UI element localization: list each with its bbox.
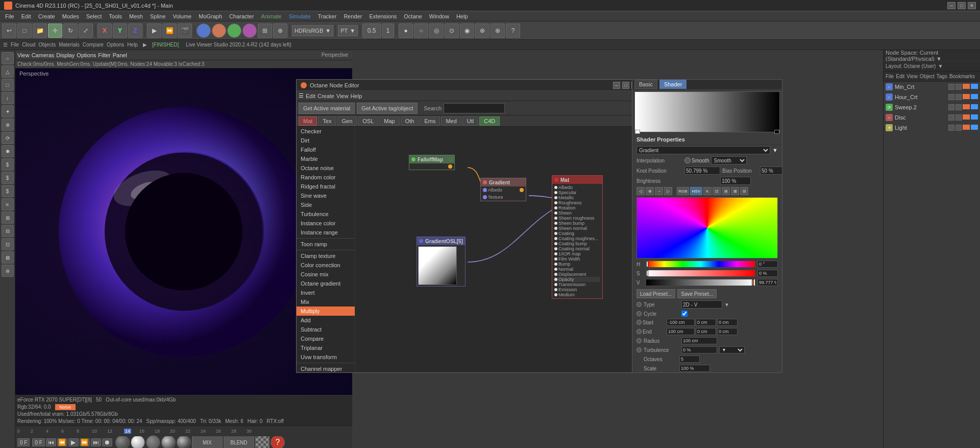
color-tool-7[interactable]: ⊞ [722,187,730,195]
menu-mograph[interactable]: MoGraph [195,12,225,20]
sphere-5[interactable] [177,435,191,448]
tool-obj2[interactable] [212,23,226,38]
menu-file[interactable]: File [2,12,17,20]
tab-osl[interactable]: OSL [358,116,378,126]
tab-gen[interactable]: Gen [337,116,357,126]
tool-extra5[interactable]: ◉ [460,23,474,38]
menu-character[interactable]: Character [226,12,257,20]
color-tool-5[interactable]: K [703,187,712,195]
bias-pos-input[interactable] [760,167,782,175]
tool-x[interactable]: X [97,23,112,38]
window-controls[interactable]: ─ □ ✕ [947,2,976,9]
pt-dropdown[interactable]: PT ▼ [338,25,358,36]
octane-view[interactable]: View [336,93,349,99]
node-instance-range[interactable]: Instance range [297,228,355,237]
start-radio[interactable] [636,320,642,325]
scene-vis-icon[interactable] [948,84,954,90]
tool-undo[interactable]: ↩ [2,23,16,38]
close-button[interactable]: ✕ [968,2,976,9]
tool-extra6[interactable]: ⊗ [475,23,489,38]
knot-pos-input[interactable] [684,167,720,175]
start-x-input[interactable] [667,319,695,326]
menu-volume[interactable]: Volume [170,12,195,20]
node-mix[interactable]: Mix [297,297,355,306]
lvs-cloud[interactable]: Cloud [22,42,35,48]
color-mode-rgb[interactable]: RGB [677,187,689,195]
vp-view[interactable]: View [17,52,30,58]
tool-y[interactable]: Y [113,23,127,38]
gradient-preview-box[interactable] [634,91,780,132]
octane-menu-icon[interactable]: ☰ [299,92,304,99]
octane-maximize[interactable]: □ [622,82,629,89]
node-subtract[interactable]: Subtract [297,325,355,334]
scene-lock-icon4[interactable] [955,114,962,121]
vp-filter[interactable]: Filter [98,52,110,58]
v-bar[interactable] [646,279,755,286]
transport-end[interactable]: ⏭ [91,438,101,446]
menu-tracker[interactable]: Tracker [315,12,340,20]
sphere-4[interactable] [161,435,176,448]
transport-record[interactable]: ⏺ [102,438,112,446]
s-input[interactable] [757,270,778,277]
scale-input[interactable] [679,365,710,372]
menu-tools[interactable]: Tools [106,12,125,20]
sidebar-btn-10[interactable]: $ [2,172,14,184]
tab-utl[interactable]: Utl [462,116,478,126]
tool-grid[interactable]: ⊞ [258,23,272,38]
s-bar[interactable] [646,270,755,277]
cycle-radio[interactable] [636,311,642,316]
sidebar-btn-7[interactable]: ⟳ [2,132,14,144]
sidebar-btn-2[interactable]: △ [2,65,14,78]
tab-mat[interactable]: Mat [299,116,317,126]
search-input[interactable] [444,103,505,113]
sphere-2[interactable] [131,435,145,448]
end-z-input[interactable] [717,328,738,335]
tool-val2[interactable]: 1 [382,23,394,38]
menu-mesh[interactable]: Mesh [126,12,146,20]
sidebar-btn-16[interactable]: ⊠ [2,251,14,264]
mix-button[interactable]: MIX [192,435,223,448]
color-tool-1[interactable]: ◁ [636,187,645,195]
sidebar-btn-15[interactable]: ⊡ [2,238,14,250]
octane-minimize[interactable]: ─ [613,82,620,89]
octane-edit[interactable]: Edit [306,93,315,99]
sidebar-btn-5[interactable]: ✦ [2,105,14,117]
node-checker[interactable]: Checker [297,127,355,136]
tool-extra3[interactable]: ◎ [429,23,444,38]
tool-render3[interactable]: 🎬 [178,23,192,38]
maximize-button[interactable]: □ [958,2,966,9]
menu-window[interactable]: Window [426,12,452,20]
tab-c4d[interactable]: C4D [479,116,500,126]
tool-extra4[interactable]: ⊙ [445,23,459,38]
tab-med[interactable]: Med [441,116,461,126]
sidebar-btn-3[interactable]: □ [2,79,14,91]
octane-create[interactable]: Create [317,93,334,99]
menu-edit[interactable]: Edit [18,12,34,20]
vp-panel[interactable]: Panel [113,52,127,58]
brightness-input[interactable] [720,177,751,185]
tab-tex[interactable]: Tex [318,116,336,126]
sidebar-btn-9[interactable]: $ [2,158,14,171]
sidebar-btn-4[interactable]: ↕ [2,92,14,104]
lvs-help[interactable]: Help [127,42,138,48]
octaves-input[interactable] [679,356,700,363]
radius-input[interactable] [681,337,717,344]
lvs-options[interactable]: Options [107,42,124,48]
scene-lock-icon2[interactable] [955,94,962,100]
node-compare[interactable]: Compare [297,334,355,343]
scene-item-hour-crt[interactable]: ○ Hour_Crt [884,92,980,102]
node-cosine-mix[interactable]: Cosine mix [297,270,355,279]
tool-magnet[interactable]: ⊕ [273,23,287,38]
end-y-input[interactable] [696,328,716,335]
get-active-tag-button[interactable]: Get Active tag/object [357,103,418,114]
frame-input[interactable]: 0 F [17,438,30,446]
gradient-type-dropdown[interactable]: Gradient [636,146,770,154]
end-radio[interactable] [636,329,642,334]
transport-next[interactable]: ⏩ [80,438,90,446]
scene-item-disc[interactable]: ○ Disc [884,112,980,123]
color-tool-4[interactable]: ▷ [664,187,672,195]
color-wheel[interactable] [636,197,778,258]
transport-play[interactable]: ▶ [68,438,79,446]
node-toon-ramp[interactable]: Toon ramp [297,240,355,249]
menu-select[interactable]: Select [83,12,105,20]
